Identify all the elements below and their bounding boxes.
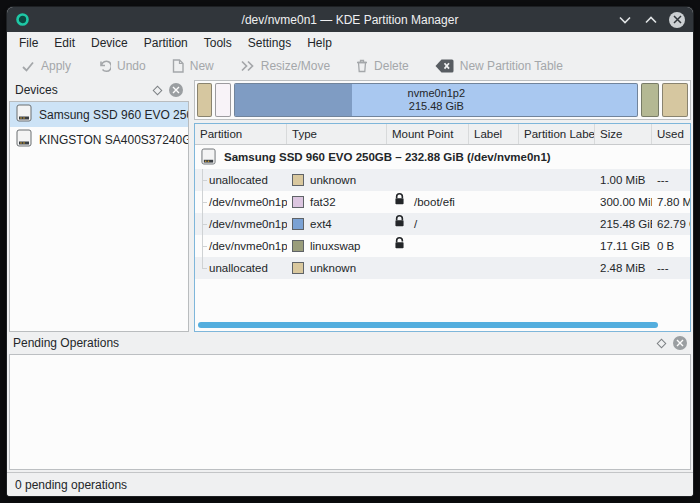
cell-used: --- <box>652 169 690 191</box>
cell-type: unknown <box>287 257 387 279</box>
main-area: nvme0n1p2 215.48 GiB Partition Type Moun… <box>194 79 691 332</box>
devices-panel-title: Devices <box>15 83 58 97</box>
partition-bar: nvme0n1p2 215.48 GiB <box>194 80 691 120</box>
cell-used: 7.80 MiB <box>652 191 690 213</box>
partition-table: Partition Type Mount Point Label Partiti… <box>194 123 691 332</box>
cell-size: 1.00 MiB <box>595 169 652 191</box>
cell-used: --- <box>652 257 690 279</box>
table-row[interactable]: /dev/nvme0n1p3 linuxswap 17.11 GiB <box>195 235 690 257</box>
partition-segment-unallocated-2[interactable] <box>662 83 688 117</box>
device-item-samsung[interactable]: Samsung SSD 960 EVO 250GB – ... <box>10 102 188 127</box>
apply-button[interactable]: Apply <box>21 59 71 73</box>
cell-label <box>469 213 519 235</box>
table-header-row: Partition Type Mount Point Label Partiti… <box>195 124 690 145</box>
table-row[interactable]: unallocated unknown 2.48 MiB <box>195 257 690 279</box>
menu-item-settings[interactable]: Settings <box>240 34 299 52</box>
device-item-label: Samsung SSD 960 EVO 250GB – ... <box>39 108 188 122</box>
new-button[interactable]: New <box>172 59 214 73</box>
fs-type-label: linuxswap <box>310 235 361 257</box>
cell-type: ext4 <box>287 213 387 235</box>
cell-mount-point: / <box>387 213 469 235</box>
cell-mount-point <box>387 235 469 257</box>
menu-item-device[interactable]: Device <box>83 34 136 52</box>
float-panel-icon[interactable] <box>657 338 667 348</box>
cell-type: linuxswap <box>287 235 387 257</box>
column-header-used[interactable]: Used <box>652 124 690 144</box>
maximize-icon[interactable] <box>643 12 659 28</box>
cell-size: 2.48 MiB <box>595 257 652 279</box>
fs-type-label: fat32 <box>310 191 336 213</box>
cell-mount-point <box>387 257 469 279</box>
column-header-mount-point[interactable]: Mount Point <box>387 124 469 144</box>
minimize-icon[interactable] <box>617 12 633 28</box>
partition-segment-fat32[interactable] <box>215 83 232 117</box>
partition-segment-ext4[interactable]: nvme0n1p2 215.48 GiB <box>234 83 638 117</box>
fs-color-swatch <box>292 174 304 186</box>
cell-partition-label <box>519 169 595 191</box>
fs-color-swatch <box>292 196 304 208</box>
cell-label <box>469 191 519 213</box>
app-icon <box>15 12 30 27</box>
devices-panel: Devices Samsung SSD 960 EVO 250GB – ... <box>9 79 189 332</box>
content-area: Devices Samsung SSD 960 EVO 250GB – ... <box>7 79 693 332</box>
close-icon[interactable] <box>669 12 685 28</box>
menu-item-file[interactable]: File <box>11 34 46 52</box>
toolbar: Apply Undo New Resize/Move Delete <box>7 53 693 79</box>
cell-label <box>469 169 519 191</box>
lock-open-icon <box>393 235 406 257</box>
menu-item-help[interactable]: Help <box>299 34 340 52</box>
device-summary-row[interactable]: Samsung SSD 960 EVO 250GB – 232.88 GiB (… <box>195 145 690 169</box>
pending-operations-list <box>9 354 691 470</box>
cell-partition: /dev/nvme0n1p1 <box>195 191 287 213</box>
float-panel-icon[interactable] <box>153 85 163 95</box>
column-header-partition-label[interactable]: Partition Label <box>519 124 595 144</box>
cell-label <box>469 235 519 257</box>
close-panel-icon[interactable] <box>673 336 687 350</box>
horizontal-scrollbar[interactable] <box>198 322 658 328</box>
undo-button[interactable]: Undo <box>97 59 146 73</box>
device-item-label: KINGSTON SA400S37240G – 223... <box>39 133 188 147</box>
lock-closed-icon <box>393 213 406 235</box>
table-row[interactable]: /dev/nvme0n1p1 fat32 /boot/efi 300.00 <box>195 191 690 213</box>
column-header-type[interactable]: Type <box>287 124 387 144</box>
device-list: Samsung SSD 960 EVO 250GB – ... KINGSTON… <box>9 101 189 332</box>
pending-operations-panel: Pending Operations <box>7 332 693 472</box>
resize-move-button[interactable]: Resize/Move <box>240 59 330 73</box>
column-header-size[interactable]: Size <box>595 124 652 144</box>
hard-drive-icon <box>16 129 32 150</box>
mount-point-label: / <box>414 213 417 235</box>
menu-item-edit[interactable]: Edit <box>46 34 83 52</box>
cell-type: fat32 <box>287 191 387 213</box>
trash-icon <box>356 59 368 73</box>
apply-label: Apply <box>41 59 71 73</box>
delete-button[interactable]: Delete <box>356 59 409 73</box>
delete-label: Delete <box>374 59 409 73</box>
statusbar: 0 pending operations <box>7 472 693 496</box>
close-panel-icon[interactable] <box>169 83 183 97</box>
fs-color-swatch <box>292 218 304 230</box>
partition-segment-linuxswap[interactable] <box>641 83 659 117</box>
cell-partition: /dev/nvme0n1p3 <box>195 235 287 257</box>
fs-color-swatch <box>292 262 304 274</box>
cell-used: 62.79 GiB <box>652 213 690 235</box>
device-item-kingston[interactable]: KINGSTON SA400S37240G – 223... <box>10 127 188 152</box>
table-row[interactable]: /dev/nvme0n1p2 ext4 / 215.48 GiB <box>195 213 690 235</box>
menu-item-partition[interactable]: Partition <box>136 34 196 52</box>
column-header-partition[interactable]: Partition <box>195 124 287 144</box>
devices-panel-header: Devices <box>9 79 189 101</box>
cell-partition: unallocated <box>195 257 287 279</box>
fs-type-label: unknown <box>310 257 356 279</box>
cell-label <box>469 257 519 279</box>
partition-rows: unallocated unknown 1.00 MiB <box>195 169 690 279</box>
menu-item-tools[interactable]: Tools <box>196 34 240 52</box>
cell-partition-label <box>519 235 595 257</box>
cell-used: 0 B <box>652 235 690 257</box>
cell-partition-label <box>519 257 595 279</box>
table-row[interactable]: unallocated unknown 1.00 MiB <box>195 169 690 191</box>
partition-segment-unallocated-1[interactable] <box>197 83 212 117</box>
pending-operations-header: Pending Operations <box>7 332 693 354</box>
new-table-icon <box>435 59 454 73</box>
column-header-label[interactable]: Label <box>469 124 519 144</box>
new-partition-table-button[interactable]: New Partition Table <box>435 59 563 73</box>
new-file-icon <box>172 59 184 73</box>
